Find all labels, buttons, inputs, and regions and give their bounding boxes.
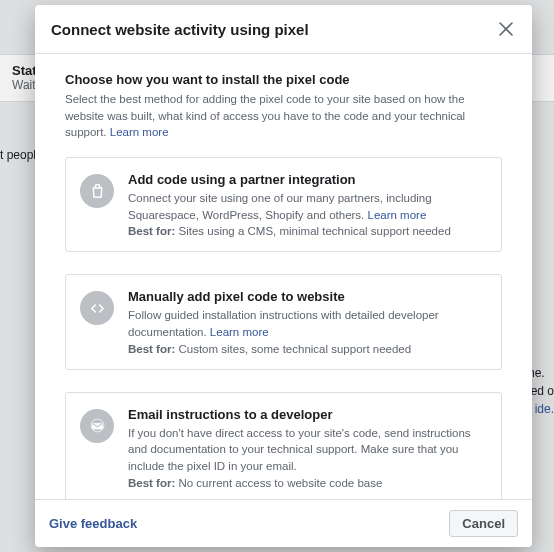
code-icon	[80, 291, 114, 325]
option-best-for: Best for: Custom sites, some technical s…	[128, 343, 487, 355]
modal-header: Connect website activity using pixel	[35, 5, 532, 54]
option-best-for: Best for: Sites using a CMS, minimal tec…	[128, 225, 487, 237]
best-for-text: No current access to website code base	[175, 477, 382, 489]
option-desc-text: If you don't have direct access to your …	[128, 427, 471, 472]
option-desc: If you don't have direct access to your …	[128, 425, 487, 475]
learn-more-link[interactable]: Learn more	[210, 326, 269, 338]
section-heading: Choose how you want to install the pixel…	[65, 72, 502, 87]
best-for-label: Best for:	[128, 225, 175, 237]
cancel-button[interactable]: Cancel	[449, 510, 518, 537]
mail-icon	[80, 409, 114, 443]
option-desc: Follow guided installation instructions …	[128, 307, 487, 340]
learn-more-link[interactable]: Learn more	[368, 209, 427, 221]
close-icon	[499, 22, 513, 36]
option-title: Manually add pixel code to website	[128, 289, 487, 304]
give-feedback-link[interactable]: Give feedback	[49, 516, 449, 531]
option-body: Email instructions to a developer If you…	[128, 407, 487, 489]
option-body: Add code using a partner integration Con…	[128, 172, 487, 237]
close-button[interactable]	[496, 19, 516, 39]
option-body: Manually add pixel code to website Follo…	[128, 289, 487, 354]
best-for-text: Custom sites, some technical support nee…	[175, 343, 411, 355]
section-description: Select the best method for adding the pi…	[65, 91, 502, 141]
option-desc: Connect your site using one of our many …	[128, 190, 487, 223]
modal-footer: Give feedback Cancel	[35, 499, 532, 547]
option-list: Add code using a partner integration Con…	[65, 157, 502, 499]
option-best-for: Best for: No current access to website c…	[128, 477, 487, 489]
option-email-developer[interactable]: Email instructions to a developer If you…	[65, 392, 502, 499]
option-manual-code[interactable]: Manually add pixel code to website Follo…	[65, 274, 502, 369]
shopping-bag-icon	[80, 174, 114, 208]
option-title: Email instructions to a developer	[128, 407, 487, 422]
modal-body: Choose how you want to install the pixel…	[35, 54, 532, 499]
learn-more-link[interactable]: Learn more	[110, 126, 169, 138]
modal-title: Connect website activity using pixel	[51, 21, 496, 38]
option-partner-integration[interactable]: Add code using a partner integration Con…	[65, 157, 502, 252]
pixel-install-modal: Connect website activity using pixel Cho…	[35, 5, 532, 547]
option-desc-text: Follow guided installation instructions …	[128, 309, 439, 338]
best-for-label: Best for:	[128, 477, 175, 489]
best-for-text: Sites using a CMS, minimal technical sup…	[175, 225, 451, 237]
option-title: Add code using a partner integration	[128, 172, 487, 187]
best-for-label: Best for:	[128, 343, 175, 355]
